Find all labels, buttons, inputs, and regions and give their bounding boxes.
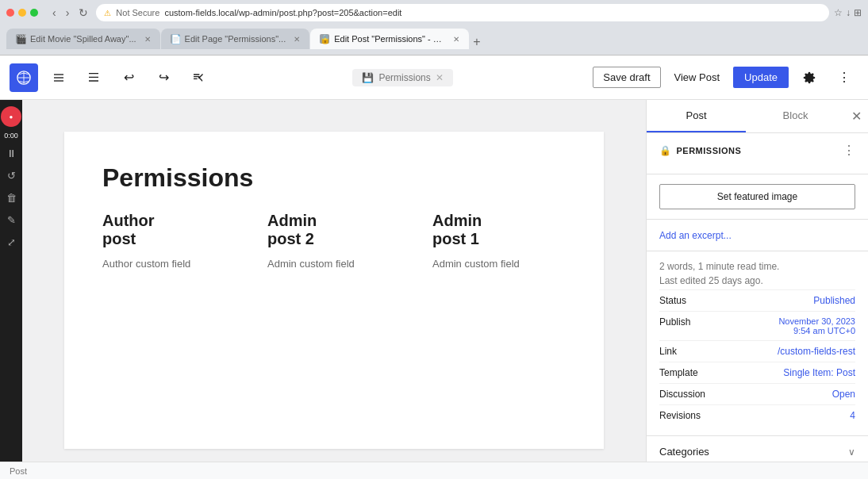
tab1-close[interactable]: ✕ bbox=[144, 35, 151, 44]
permissions-section-header: 🔒 Permissions ⋮ bbox=[659, 143, 855, 158]
meta-row-status: Status Published bbox=[659, 289, 855, 311]
settings-button[interactable] bbox=[795, 63, 824, 92]
redo-button[interactable]: ↪ bbox=[149, 63, 178, 92]
permissions-title: Permissions bbox=[677, 146, 742, 155]
record-time: 0:00 bbox=[4, 132, 18, 140]
back-button[interactable]: ‹ bbox=[49, 5, 60, 21]
forward-button[interactable]: › bbox=[63, 5, 73, 21]
tab3-label: Edit Post "Permissions" - cu... bbox=[334, 34, 445, 44]
browser-tab-2[interactable]: 📄 Edit Page "Permissions"... ✕ bbox=[161, 29, 310, 49]
wp-logo-icon[interactable] bbox=[10, 63, 38, 92]
status-value[interactable]: Published bbox=[813, 295, 855, 306]
tab2-favicon: 📄 bbox=[171, 34, 180, 44]
tab1-label: Edit Movie "Spilled Away"... bbox=[30, 34, 136, 44]
new-tab-button[interactable]: + bbox=[470, 35, 483, 49]
col1-heading-line1: Author bbox=[102, 212, 236, 230]
publish-label: Publish bbox=[659, 316, 690, 328]
record-button[interactable]: ● bbox=[1, 106, 21, 127]
maximize-dot[interactable] bbox=[30, 9, 38, 17]
revisions-value[interactable]: 4 bbox=[850, 410, 855, 421]
word-count: 2 words, 1 minute read time. bbox=[659, 261, 855, 272]
post-column-1: Author post Author custom field bbox=[102, 212, 236, 270]
security-label: Not Secure bbox=[116, 8, 159, 17]
minimize-dot[interactable] bbox=[18, 9, 26, 17]
rewind-button[interactable]: ↺ bbox=[2, 167, 20, 184]
col3-heading-line1: Admin bbox=[432, 212, 566, 230]
delete-button[interactable]: 🗑 bbox=[2, 189, 20, 206]
discussion-label: Discussion bbox=[659, 389, 705, 400]
publish-value[interactable]: November 30, 20239:54 am UTC+0 bbox=[778, 316, 855, 335]
undo-button[interactable]: ↩ bbox=[114, 63, 143, 92]
set-featured-image-button[interactable]: Set featured image bbox=[659, 184, 855, 209]
meta-row-revisions: Revisions 4 bbox=[659, 404, 855, 426]
add-excerpt-link[interactable]: Add an excerpt... bbox=[659, 230, 732, 241]
more-options-button[interactable]: ⋮ bbox=[830, 63, 858, 92]
toggle-sidebar-button[interactable] bbox=[44, 63, 73, 92]
post-saved-icon: 💾 bbox=[362, 72, 374, 83]
last-edited: Last edited 25 days ago. bbox=[659, 275, 855, 286]
svg-rect-3 bbox=[54, 80, 63, 81]
meta-row-link: Link /custom-fields-rest bbox=[659, 340, 855, 362]
editor-area: Permissions Author post Author custom fi… bbox=[22, 100, 646, 462]
status-bar: Post bbox=[0, 462, 868, 479]
sidebar-close-button[interactable]: ✕ bbox=[845, 102, 868, 130]
toolbar-right: Save draft View Post Update ⋮ bbox=[593, 63, 858, 92]
col1-heading: Author post bbox=[102, 212, 236, 248]
excerpt-section: Add an excerpt... bbox=[647, 220, 868, 251]
close-dot[interactable] bbox=[6, 9, 14, 17]
editor-content[interactable]: Permissions Author post Author custom fi… bbox=[64, 132, 604, 449]
col3-custom-field: Admin custom field bbox=[432, 258, 566, 270]
permissions-icon: 🔒 bbox=[659, 145, 672, 156]
publish-button[interactable]: Update bbox=[733, 67, 789, 88]
post-title[interactable]: Permissions bbox=[102, 163, 566, 193]
saved-x-icon: ✕ bbox=[436, 72, 444, 83]
permissions-section: 🔒 Permissions ⋮ bbox=[647, 133, 868, 174]
browser-tab-3[interactable]: 🔒 Edit Post "Permissions" - cu... ✕ bbox=[310, 29, 469, 49]
revisions-label: Revisions bbox=[659, 410, 701, 421]
resize-button[interactable]: ⤢ bbox=[2, 233, 20, 251]
meta-row-template: Template Single Item: Post bbox=[659, 362, 855, 383]
post-saved-label: Permissions bbox=[378, 72, 430, 83]
svg-rect-2 bbox=[54, 77, 63, 78]
categories-label: Categories bbox=[659, 446, 709, 458]
col1-heading-line2: post bbox=[102, 230, 236, 248]
save-draft-button[interactable]: Save draft bbox=[593, 67, 660, 88]
toolbar-left: ↩ ↪ bbox=[10, 63, 213, 92]
tools-button[interactable] bbox=[79, 63, 108, 92]
toolbar-center: 💾 Permissions ✕ bbox=[352, 69, 452, 86]
refresh-button[interactable]: ↻ bbox=[75, 5, 91, 21]
svg-rect-1 bbox=[54, 74, 63, 75]
tab3-close[interactable]: ✕ bbox=[453, 35, 459, 44]
link-value[interactable]: /custom-fields-rest bbox=[778, 346, 855, 357]
annotate-button[interactable]: ✎ bbox=[2, 211, 20, 228]
col2-heading-line1: Admin bbox=[267, 212, 401, 230]
tab-post[interactable]: Post bbox=[647, 100, 746, 132]
sidebar-content: 🔒 Permissions ⋮ Set featured image Add a… bbox=[647, 133, 868, 462]
discussion-value[interactable]: Open bbox=[832, 389, 855, 400]
col2-heading: Admin post 2 bbox=[267, 212, 401, 248]
status-label: Status bbox=[659, 295, 686, 306]
link-label: Link bbox=[659, 346, 677, 357]
view-post-button[interactable]: View Post bbox=[667, 67, 728, 88]
tab1-favicon: 🎬 bbox=[16, 34, 25, 44]
tab-block[interactable]: Block bbox=[746, 100, 845, 132]
tab2-close[interactable]: ✕ bbox=[294, 35, 300, 44]
summary-section: 2 words, 1 minute read time. Last edited… bbox=[647, 251, 868, 436]
tab2-label: Edit Page "Permissions"... bbox=[185, 34, 286, 44]
categories-section[interactable]: Categories ∨ bbox=[647, 436, 868, 462]
permissions-more-button[interactable]: ⋮ bbox=[843, 143, 855, 158]
tab3-favicon: 🔒 bbox=[320, 34, 329, 44]
address-text[interactable]: custom-fields.local/wp-admin/post.php?po… bbox=[164, 8, 401, 17]
meta-row-publish: Publish November 30, 20239:54 am UTC+0 bbox=[659, 311, 855, 340]
col2-custom-field: Admin custom field bbox=[267, 258, 401, 270]
record-icon: ● bbox=[10, 113, 13, 121]
browser-tab-1[interactable]: 🎬 Edit Movie "Spilled Away"... ✕ bbox=[6, 29, 160, 49]
template-value[interactable]: Single Item: Post bbox=[783, 367, 855, 378]
col1-custom-field: Author custom field bbox=[102, 258, 236, 270]
pause-button[interactable]: ⏸ bbox=[2, 144, 20, 162]
browser-controls bbox=[6, 9, 38, 17]
editor-toolbar: ↩ ↪ 💾 Permissions ✕ Save draft View Post… bbox=[0, 56, 868, 100]
security-icon: ⚠ bbox=[104, 9, 111, 17]
details-button[interactable] bbox=[184, 63, 213, 92]
recording-panel: ● 0:00 ⏸ ↺ 🗑 ✎ ⤢ bbox=[0, 100, 22, 462]
